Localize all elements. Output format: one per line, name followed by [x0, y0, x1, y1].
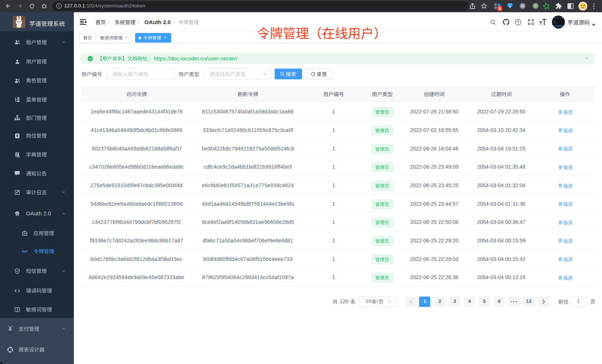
svg-text:a: a [24, 250, 25, 253]
svg-text:⌘: ⌘ [521, 4, 524, 8]
svg-text:9: 9 [499, 6, 501, 11]
